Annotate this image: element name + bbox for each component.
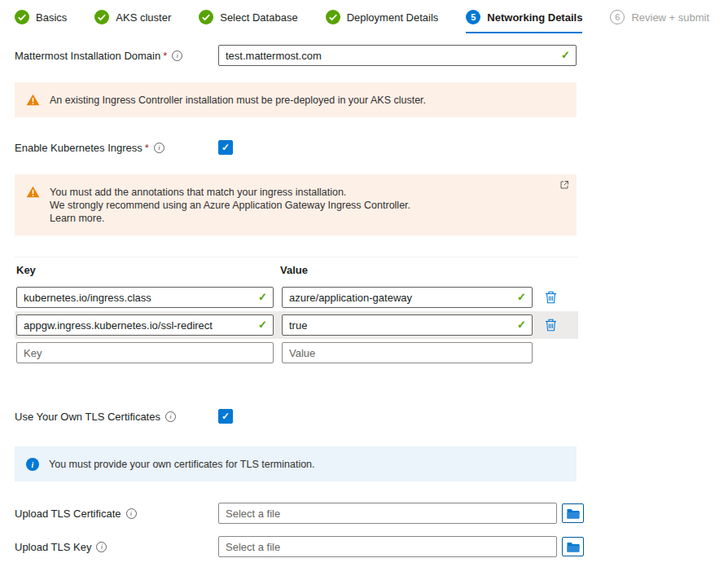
required-asterisk: * — [145, 142, 149, 154]
info-icon[interactable]: i — [96, 542, 107, 552]
tab-aks-cluster[interactable]: AKS cluster — [94, 10, 171, 33]
table-row-empty — [15, 339, 578, 367]
tls-key-file-input[interactable] — [218, 536, 557, 557]
tab-basics[interactable]: Basics — [15, 10, 67, 33]
ingress-warning-banner: An existing Ingress Controller installat… — [15, 82, 577, 117]
upload-key-label: Upload TLS Key i — [15, 541, 218, 553]
info-glyph: i — [158, 144, 160, 152]
info-glyph: i — [169, 413, 172, 420]
info-text: You must provide your own certificates f… — [49, 457, 315, 471]
warning-triangle-icon — [26, 93, 40, 106]
info-glyph: i — [130, 510, 133, 517]
check-circle-icon — [199, 10, 213, 24]
warning-triangle-icon — [26, 185, 40, 198]
info-icon[interactable]: i — [126, 508, 137, 519]
popout-icon[interactable] — [560, 181, 568, 189]
tls-toggle-row: Use Your Own TLS Certificates i ✓ — [15, 409, 728, 424]
checkbox-check-icon: ✓ — [221, 411, 230, 421]
value-column-header: Value — [280, 264, 308, 276]
info-icon[interactable]: i — [154, 143, 164, 153]
warning-line-2: We strongly recommend using an Azure App… — [50, 199, 410, 212]
key-input-wrap: ✓ — [16, 314, 274, 336]
info-glyph: i — [101, 543, 103, 551]
annotations-table: Key Value ✓ ✓ ✓ ✓ — [15, 257, 578, 367]
value-input-wrap: ✓ — [282, 287, 533, 308]
tls-certificates-checkbox[interactable]: ✓ — [218, 409, 233, 424]
table-row: ✓ ✓ — [15, 311, 578, 339]
tab-label: Basics — [36, 11, 67, 24]
warning-text: An existing Ingress Controller installat… — [50, 93, 426, 107]
info-circle-icon: i — [26, 457, 39, 471]
annotation-key-input[interactable] — [16, 287, 274, 308]
checkbox-check-icon: ✓ — [221, 143, 230, 152]
check-circle-icon — [15, 10, 29, 24]
required-asterisk: * — [163, 50, 167, 62]
tab-review-submit[interactable]: 6 Review + submit — [610, 10, 709, 33]
info-glyph: i — [32, 460, 34, 469]
tls-certificate-file-input[interactable] — [218, 503, 557, 524]
tls-info-banner: i You must provide your own certificates… — [15, 446, 577, 481]
annotation-value-input[interactable] — [282, 287, 533, 308]
key-input-wrap: ✓ — [16, 287, 274, 308]
browse-file-button[interactable] — [562, 503, 584, 523]
upload-key-row: Upload TLS Key i — [15, 536, 728, 557]
step-number-badge: 6 — [610, 10, 625, 24]
annotation-key-input-empty[interactable] — [16, 342, 274, 363]
label-text: Upload TLS Key — [15, 541, 91, 553]
tab-deployment-details[interactable]: Deployment Details — [326, 10, 439, 33]
check-circle-icon — [326, 10, 340, 24]
check-circle-icon — [94, 10, 109, 24]
domain-input-wrap: ✓ — [218, 45, 577, 66]
enable-ingress-label: Enable Kubernetes Ingress * i — [15, 142, 218, 154]
key-column-header: Key — [16, 264, 280, 276]
annotations-table-header: Key Value — [15, 257, 578, 284]
tab-select-database[interactable]: Select Database — [199, 10, 297, 33]
table-row: ✓ ✓ — [15, 284, 578, 311]
upload-cert-row: Upload TLS Certificate i — [15, 503, 728, 524]
tab-label: Review + submit — [631, 11, 709, 24]
warning-text-block: You must add the annotations that match … — [50, 185, 410, 225]
info-icon[interactable]: i — [165, 411, 176, 422]
domain-field-row: Mattermost Installation Domain * i ✓ — [15, 45, 728, 66]
info-glyph: i — [176, 52, 178, 59]
learn-more-link[interactable]: Learn more. — [50, 212, 410, 225]
domain-input[interactable] — [218, 45, 577, 66]
enable-ingress-row: Enable Kubernetes Ingress * i ✓ — [15, 140, 728, 155]
upload-cert-label: Upload TLS Certificate i — [15, 508, 218, 520]
annotations-warning-banner: You must add the annotations that match … — [15, 174, 577, 235]
annotation-key-input[interactable] — [16, 314, 274, 336]
value-input-wrap: ✓ — [282, 314, 533, 336]
label-text: Enable Kubernetes Ingress — [15, 142, 143, 154]
tab-label: AKS cluster — [116, 11, 171, 24]
tab-label: Select Database — [220, 11, 297, 24]
label-text: Mattermost Installation Domain — [15, 50, 160, 62]
label-text: Use Your Own TLS Certificates — [15, 411, 160, 423]
info-icon[interactable]: i — [172, 51, 182, 61]
tab-networking-details[interactable]: 5 Networking Details — [466, 10, 582, 33]
annotation-value-input[interactable] — [282, 314, 533, 336]
tls-toggle-label: Use Your Own TLS Certificates i — [15, 411, 218, 423]
tab-label: Deployment Details — [347, 11, 439, 24]
label-text: Upload TLS Certificate — [15, 508, 121, 520]
annotation-value-input-empty[interactable] — [282, 342, 533, 363]
networking-details-page: Basics AKS cluster Select Database Deplo… — [0, 0, 728, 567]
delete-row-button[interactable] — [542, 289, 559, 305]
warning-line-1: You must add the annotations that match … — [50, 186, 410, 199]
step-number-badge: 5 — [466, 10, 480, 24]
tab-label: Networking Details — [487, 11, 582, 24]
enable-ingress-checkbox[interactable]: ✓ — [218, 140, 233, 155]
domain-field-label: Mattermost Installation Domain * i — [15, 50, 218, 62]
browse-file-button[interactable] — [562, 537, 584, 556]
wizard-tabs: Basics AKS cluster Select Database Deplo… — [0, 0, 728, 33]
delete-row-button[interactable] — [542, 317, 559, 333]
